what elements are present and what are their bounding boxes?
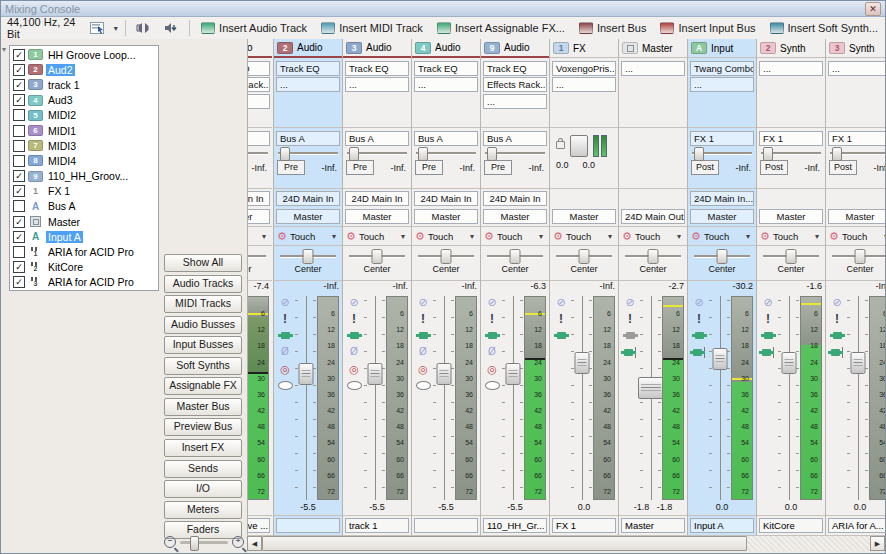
send-target[interactable]: Bus A — [276, 131, 340, 146]
channel-name-field[interactable]: track 1 — [345, 518, 409, 533]
volume-fader[interactable] — [639, 294, 662, 502]
automation-gear-icon[interactable]: ⚙ — [760, 231, 770, 242]
io-input-selector[interactable]: 24D Main In — [483, 191, 547, 206]
track-list-item[interactable]: ABus A — [10, 199, 158, 214]
automation-gear-icon[interactable]: ⚙ — [829, 231, 839, 242]
volume-fader[interactable] — [501, 294, 524, 502]
chevron-down-icon[interactable]: ▾ — [605, 232, 615, 241]
io-output-selector[interactable]: Master — [345, 209, 409, 224]
zoom-slider-handle[interactable] — [190, 536, 199, 551]
track-list-item[interactable]: ✓Master — [10, 214, 158, 229]
send-pre-post-button[interactable]: Post — [829, 160, 857, 175]
channel-name-field[interactable]: Master — [621, 518, 685, 533]
track-checkbox[interactable]: ✓ — [13, 79, 25, 91]
automation-gear-icon[interactable]: ⚙ — [346, 231, 356, 242]
input-monitor-icon[interactable] — [693, 347, 706, 358]
insert-fx-slot[interactable]: ... — [276, 77, 340, 92]
fader-handle[interactable] — [638, 377, 664, 399]
chevron-down-icon[interactable]: ▾ — [812, 232, 822, 241]
solo-icon[interactable]: ! — [283, 314, 287, 324]
send-level-slider[interactable] — [347, 147, 407, 159]
pan-slider[interactable] — [349, 249, 405, 262]
phase-invert-icon[interactable]: Ø — [419, 347, 427, 357]
io-output-selector[interactable]: Master — [483, 209, 547, 224]
fx-plug-icon[interactable] — [764, 332, 773, 339]
scrollbar-track[interactable] — [747, 536, 870, 551]
send-target[interactable]: FX 1 — [759, 131, 823, 146]
io-input-selector[interactable]: 24D Main In — [276, 191, 340, 206]
view-button-audio-busses[interactable]: Audio Busses — [164, 316, 242, 334]
track-checkbox[interactable] — [13, 246, 25, 258]
send-pre-post-button[interactable]: Pre — [277, 160, 305, 175]
chevron-down-icon[interactable]: ▾ — [674, 232, 684, 241]
fader-handle[interactable] — [436, 363, 451, 385]
track-checkbox[interactable]: ✓ — [13, 261, 25, 273]
channel-name-field[interactable]: Input A — [690, 518, 754, 533]
insert-bus-button[interactable]: Insert Bus — [573, 20, 653, 36]
input-monitor-icon[interactable] — [831, 347, 844, 358]
io-input-selector[interactable]: 24D Main In — [345, 191, 409, 206]
view-button-audio-tracks[interactable]: Audio Tracks — [164, 275, 242, 293]
send-level-slider[interactable] — [761, 147, 821, 159]
channel-strip-input-a[interactable]: AInputTwang Combo...FX 1Post-Inf.24D Mai… — [688, 39, 757, 535]
io-output-selector[interactable]: 24D Main Out — [621, 209, 685, 224]
insert-fx-slot[interactable]: Effects Rack... — [483, 77, 547, 92]
track-checkbox[interactable]: ✓ — [13, 185, 25, 197]
zoom-out-icon[interactable]: − — [164, 536, 176, 548]
section-button-insert-fx[interactable]: Insert FX — [164, 439, 242, 457]
downmix-output-button[interactable] — [130, 20, 156, 36]
pan-slider[interactable] — [556, 249, 612, 262]
chevron-down-icon[interactable]: ▾ — [398, 232, 408, 241]
track-checkbox[interactable] — [13, 125, 25, 137]
channel-strip-track-1[interactable]: 3AudioTrack EQ...Bus APre-Inf.24D Main I… — [343, 39, 412, 535]
send-pre-post-button[interactable]: Pre — [415, 160, 443, 175]
fx-plug-icon[interactable] — [350, 332, 359, 339]
solo-icon[interactable]: ! — [559, 314, 563, 324]
channel-name-field[interactable] — [414, 518, 478, 533]
close-icon[interactable]: ✕ — [865, 2, 881, 16]
input-monitor-icon[interactable] — [624, 347, 637, 358]
send-pre-post-button[interactable]: Post — [760, 160, 788, 175]
io-input-selector[interactable]: 24D Main In — [414, 191, 478, 206]
channel-strip-aria-for-a-[interactable]: 3Synth...FX 1Post-Inf.Master⚙Touch▾Cente… — [826, 39, 885, 535]
view-button-input-busses[interactable]: Input Busses — [164, 336, 242, 354]
send-slider-handle[interactable] — [280, 147, 290, 161]
channel-strip-110-hh-gr-[interactable]: 9AudioTrack EQEffects Rack......Bus APre… — [481, 39, 550, 535]
fx-plug-icon[interactable] — [695, 332, 704, 339]
insert-fx-slot[interactable]: ... — [759, 61, 823, 76]
pan-slider[interactable] — [418, 249, 474, 262]
insert-fx-slot[interactable]: ... — [690, 77, 754, 92]
track-list-item[interactable]: ✓2KitCore — [10, 260, 158, 275]
record-arm-icon[interactable]: ◎ — [349, 364, 359, 374]
mute-icon[interactable]: ⊘ — [625, 297, 634, 307]
pan-slider[interactable] — [248, 249, 266, 262]
dim-output-button[interactable] — [158, 20, 184, 36]
view-button-assignable-fx[interactable]: Assignable FX — [164, 377, 242, 395]
channel-strip-fx-1[interactable]: 1FXVoxengoPris......0.00.0Master⚙Touch▾C… — [550, 39, 619, 535]
channel-name-field[interactable]: HH Groove ... — [248, 518, 270, 533]
scroll-left-icon[interactable]: ◀ — [247, 536, 262, 551]
fader-handle[interactable] — [850, 352, 865, 374]
io-output-selector[interactable]: Master — [552, 209, 616, 224]
record-arm-icon[interactable]: ◎ — [418, 364, 428, 374]
view-button-midi-tracks[interactable]: MIDI Tracks — [164, 295, 242, 313]
zoom-slider[interactable] — [180, 541, 228, 544]
mute-icon[interactable]: ⊘ — [832, 297, 841, 307]
track-checkbox[interactable]: ✓ — [13, 276, 25, 288]
tree-collapse-icon[interactable]: ▾ — [2, 45, 6, 54]
envelope-icon[interactable] — [485, 381, 500, 390]
pan-slider-handle[interactable] — [786, 249, 797, 264]
automation-gear-icon[interactable]: ⚙ — [277, 231, 287, 242]
insert-fx-slot[interactable]: Track EQ — [276, 61, 340, 76]
track-list-item[interactable]: ✓3track 1 — [10, 77, 158, 92]
send-target[interactable]: Bus A — [248, 131, 270, 146]
send-target[interactable]: Bus A — [414, 131, 478, 146]
volume-fader[interactable] — [432, 294, 455, 502]
pan-slider[interactable] — [694, 249, 750, 262]
io-output-selector[interactable]: Master — [759, 209, 823, 224]
track-checkbox[interactable] — [13, 155, 25, 167]
chevron-down-icon[interactable]: ▾ — [329, 232, 339, 241]
track-list-item[interactable]: ✓1FX 1 — [10, 184, 158, 199]
pan-slider-handle[interactable] — [372, 249, 383, 264]
fader-handle[interactable] — [505, 363, 520, 385]
